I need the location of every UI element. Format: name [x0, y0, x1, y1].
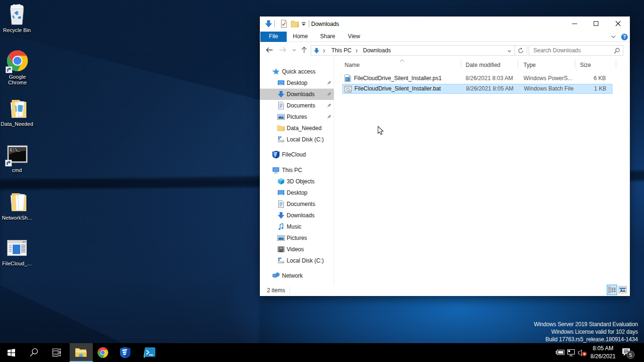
svg-text:C:\_: C:\_ — [10, 148, 20, 153]
svg-text:?: ? — [623, 34, 626, 40]
